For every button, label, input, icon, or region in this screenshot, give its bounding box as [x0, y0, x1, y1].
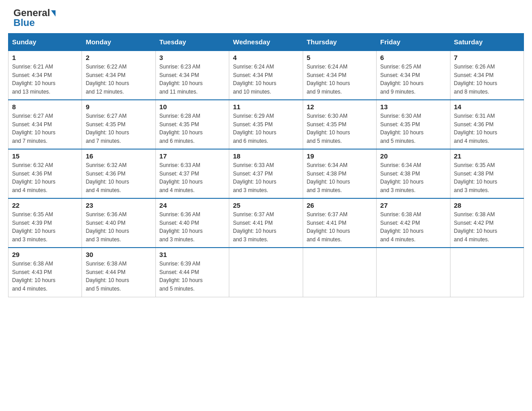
calendar-cell: 31Sunrise: 6:39 AMSunset: 4:44 PMDayligh…: [155, 248, 229, 297]
day-number: 21: [454, 152, 520, 160]
sunrise-text: Sunrise: 6:34 AM: [307, 162, 348, 168]
day-info: Sunrise: 6:22 AMSunset: 4:34 PMDaylight:…: [86, 63, 151, 96]
daylight-text: Daylight: 10 hours: [380, 228, 424, 234]
daylight-text: Daylight: 10 hours: [12, 228, 56, 234]
daylight-minutes-text: and 4 minutes.: [12, 286, 47, 292]
day-number: 17: [159, 152, 225, 160]
daylight-minutes-text: and 10 minutes.: [233, 89, 271, 95]
sunrise-text: Sunrise: 6:27 AM: [12, 113, 53, 119]
day-info: Sunrise: 6:32 AMSunset: 4:36 PMDaylight:…: [12, 161, 78, 194]
daylight-minutes-text: and 7 minutes.: [86, 138, 121, 144]
day-number: 24: [159, 201, 225, 209]
sunset-text: Sunset: 4:35 PM: [233, 121, 273, 128]
day-info: Sunrise: 6:38 AMSunset: 4:42 PMDaylight:…: [454, 210, 520, 244]
daylight-minutes-text: and 5 minutes.: [380, 138, 416, 144]
sunrise-text: Sunrise: 6:32 AM: [86, 162, 126, 168]
calendar-cell: 23Sunrise: 6:36 AMSunset: 4:40 PMDayligh…: [82, 198, 155, 248]
daylight-minutes-text: and 3 minutes.: [233, 187, 268, 193]
daylight-text: Daylight: 10 hours: [380, 179, 424, 185]
day-number: 22: [12, 201, 78, 209]
sunset-text: Sunset: 4:41 PM: [233, 220, 273, 226]
day-number: 12: [307, 103, 373, 111]
sunrise-text: Sunrise: 6:22 AM: [86, 64, 126, 70]
daylight-text: Daylight: 10 hours: [307, 179, 350, 185]
daylight-text: Daylight: 10 hours: [454, 228, 498, 234]
daylight-minutes-text: and 4 minutes.: [380, 236, 416, 243]
daylight-minutes-text: and 4 minutes.: [454, 138, 489, 144]
calendar-cell: 26Sunrise: 6:37 AMSunset: 4:41 PMDayligh…: [303, 198, 376, 248]
sunset-text: Sunset: 4:34 PM: [454, 72, 494, 78]
daylight-minutes-text: and 11 minutes.: [159, 89, 197, 95]
daylight-minutes-text: and 5 minutes.: [307, 138, 342, 144]
day-number: 8: [12, 103, 78, 111]
sunrise-text: Sunrise: 6:38 AM: [12, 261, 53, 267]
daylight-text: Daylight: 10 hours: [159, 80, 203, 86]
sunset-text: Sunset: 4:39 PM: [12, 220, 52, 226]
day-number: 2: [86, 54, 151, 61]
col-header-thursday: Thursday: [303, 34, 376, 51]
daylight-text: Daylight: 10 hours: [86, 228, 129, 234]
col-header-monday: Monday: [82, 34, 155, 51]
day-number: 13: [380, 103, 446, 111]
day-info: Sunrise: 6:24 AMSunset: 4:34 PMDaylight:…: [307, 63, 373, 96]
daylight-text: Daylight: 10 hours: [159, 129, 203, 136]
sunrise-text: Sunrise: 6:30 AM: [307, 113, 348, 119]
calendar-cell: 15Sunrise: 6:32 AMSunset: 4:36 PMDayligh…: [9, 149, 82, 198]
sunset-text: Sunset: 4:40 PM: [159, 220, 199, 226]
day-number: 5: [307, 54, 373, 61]
calendar-week-row: 15Sunrise: 6:32 AMSunset: 4:36 PMDayligh…: [9, 149, 524, 198]
sunset-text: Sunset: 4:44 PM: [159, 269, 199, 275]
sunset-text: Sunset: 4:37 PM: [159, 171, 199, 177]
daylight-text: Daylight: 10 hours: [12, 277, 56, 283]
calendar-cell: 6Sunrise: 6:25 AMSunset: 4:34 PMDaylight…: [377, 51, 450, 100]
daylight-minutes-text: and 13 minutes.: [12, 89, 50, 95]
daylight-minutes-text: and 5 minutes.: [159, 286, 195, 292]
daylight-text: Daylight: 10 hours: [86, 179, 129, 185]
sunset-text: Sunset: 4:34 PM: [307, 72, 347, 78]
sunset-text: Sunset: 4:34 PM: [12, 72, 52, 78]
sunrise-text: Sunrise: 6:28 AM: [159, 113, 200, 119]
daylight-text: Daylight: 10 hours: [12, 179, 56, 185]
calendar-week-row: 1Sunrise: 6:21 AMSunset: 4:34 PMDaylight…: [9, 51, 524, 100]
calendar-cell: 1Sunrise: 6:21 AMSunset: 4:34 PMDaylight…: [9, 51, 82, 100]
daylight-text: Daylight: 10 hours: [86, 129, 129, 136]
sunset-text: Sunset: 4:36 PM: [12, 171, 52, 177]
sunrise-text: Sunrise: 6:23 AM: [159, 64, 200, 70]
daylight-text: Daylight: 10 hours: [454, 80, 498, 86]
daylight-minutes-text: and 3 minutes.: [159, 236, 195, 243]
day-info: Sunrise: 6:30 AMSunset: 4:35 PMDaylight:…: [307, 112, 373, 145]
calendar-cell: 30Sunrise: 6:38 AMSunset: 4:44 PMDayligh…: [82, 248, 155, 297]
logo-triangle-icon: [51, 10, 56, 17]
day-info: Sunrise: 6:31 AMSunset: 4:36 PMDaylight:…: [454, 112, 520, 145]
calendar-cell: 18Sunrise: 6:33 AMSunset: 4:37 PMDayligh…: [229, 149, 303, 198]
calendar-cell: 2Sunrise: 6:22 AMSunset: 4:34 PMDaylight…: [82, 51, 155, 100]
day-info: Sunrise: 6:36 AMSunset: 4:40 PMDaylight:…: [159, 210, 225, 244]
day-info: Sunrise: 6:33 AMSunset: 4:37 PMDaylight:…: [233, 161, 299, 194]
day-info: Sunrise: 6:34 AMSunset: 4:38 PMDaylight:…: [307, 161, 373, 194]
day-number: 14: [454, 103, 520, 111]
calendar-cell: 7Sunrise: 6:26 AMSunset: 4:34 PMDaylight…: [450, 51, 523, 100]
daylight-text: Daylight: 10 hours: [380, 129, 424, 136]
day-info: Sunrise: 6:32 AMSunset: 4:36 PMDaylight:…: [86, 161, 151, 194]
sunset-text: Sunset: 4:36 PM: [86, 171, 125, 177]
logo-blue: Blue: [13, 17, 35, 29]
daylight-minutes-text: and 4 minutes.: [86, 187, 121, 193]
daylight-minutes-text: and 6 minutes.: [233, 138, 268, 144]
day-info: Sunrise: 6:27 AMSunset: 4:34 PMDaylight:…: [12, 112, 78, 145]
sunset-text: Sunset: 4:34 PM: [233, 72, 273, 78]
daylight-minutes-text: and 3 minutes.: [454, 187, 489, 193]
sunrise-text: Sunrise: 6:27 AM: [86, 113, 126, 119]
calendar-cell: 22Sunrise: 6:35 AMSunset: 4:39 PMDayligh…: [9, 198, 82, 248]
calendar-cell: 3Sunrise: 6:23 AMSunset: 4:34 PMDaylight…: [155, 51, 229, 100]
day-info: Sunrise: 6:28 AMSunset: 4:35 PMDaylight:…: [159, 112, 225, 145]
col-header-wednesday: Wednesday: [229, 34, 303, 51]
day-number: 27: [380, 201, 446, 209]
calendar-cell: 10Sunrise: 6:28 AMSunset: 4:35 PMDayligh…: [155, 100, 229, 149]
day-info: Sunrise: 6:29 AMSunset: 4:35 PMDaylight:…: [233, 112, 299, 145]
sunrise-text: Sunrise: 6:32 AM: [12, 162, 53, 168]
day-info: Sunrise: 6:27 AMSunset: 4:35 PMDaylight:…: [86, 112, 151, 145]
daylight-minutes-text: and 3 minutes.: [307, 187, 342, 193]
daylight-text: Daylight: 10 hours: [454, 179, 498, 185]
sunrise-text: Sunrise: 6:36 AM: [159, 211, 200, 218]
sunrise-text: Sunrise: 6:38 AM: [86, 261, 126, 267]
